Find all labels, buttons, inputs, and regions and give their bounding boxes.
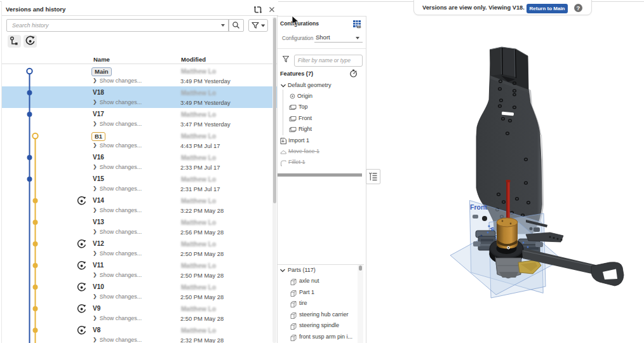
svg-text:Front: Front (470, 203, 487, 211)
